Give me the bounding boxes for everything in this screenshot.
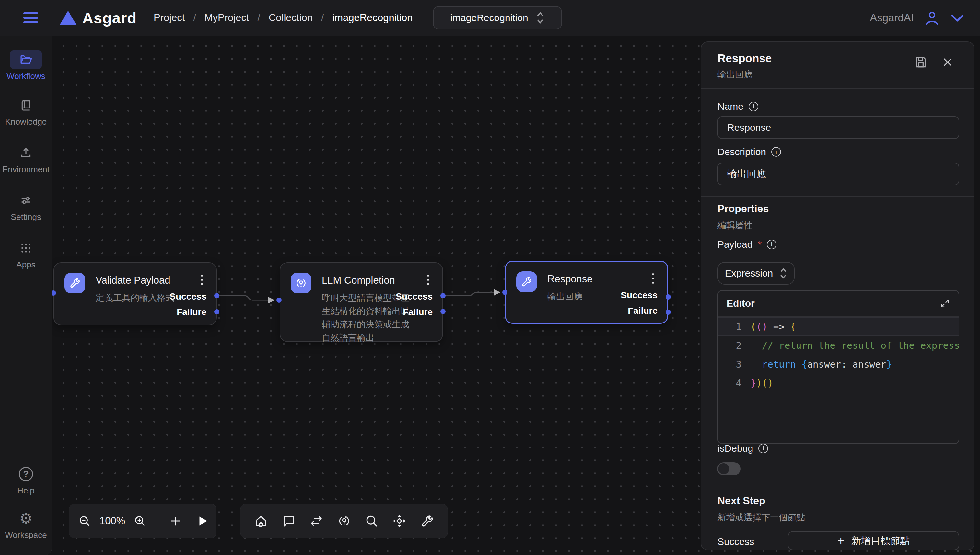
zoom-out-icon[interactable] <box>78 515 91 528</box>
success-port-label: Success <box>621 290 658 300</box>
name-input-value: Response <box>727 122 771 133</box>
gear-icon: ⚙ <box>19 511 32 526</box>
panel-title: Response <box>718 52 772 65</box>
breadcrumb: Project / MyProject / Collection / image… <box>154 12 413 24</box>
node-menu-icon[interactable] <box>425 274 431 285</box>
info-icon[interactable]: i <box>758 444 768 453</box>
divider <box>701 486 974 486</box>
node-response[interactable]: Response 輸出回應 Success Failure <box>505 261 668 324</box>
info-icon[interactable]: i <box>771 147 781 157</box>
sidebar-item-label: Help <box>17 486 34 496</box>
sidebar-item-settings[interactable]: Settings <box>0 191 52 222</box>
breadcrumb-separator: / <box>321 12 324 23</box>
wrench-icon <box>64 273 85 294</box>
sidebar-item-help[interactable]: ? Help <box>0 464 52 496</box>
code-editor: Editor 1(() => {2 // return the result o… <box>718 290 959 444</box>
next-step-subtitle: 新增或選擇下一個節點 <box>718 512 805 523</box>
success-port[interactable] <box>666 294 671 300</box>
plus-icon: + <box>837 536 844 545</box>
workflow-selector[interactable]: imageRecognition <box>433 6 562 29</box>
editor-header: Editor <box>718 291 959 317</box>
breadcrumb-project[interactable]: Project <box>154 12 185 24</box>
isdebug-toggle[interactable] <box>717 462 740 475</box>
folder-icon <box>10 50 42 69</box>
failure-port[interactable] <box>666 310 671 315</box>
sidebar-item-workflows[interactable]: Workflows <box>0 50 52 81</box>
sidebar-item-knowledge[interactable]: Knowledge <box>0 96 52 127</box>
failure-port[interactable] <box>441 309 446 314</box>
breadcrumb-separator: / <box>257 12 260 23</box>
sidebar-item-workspace[interactable]: ⚙ Workspace <box>0 509 52 540</box>
search-icon[interactable] <box>365 514 379 528</box>
info-icon[interactable]: i <box>767 240 776 249</box>
node-validate-payload[interactable]: Validate Payload 定義工具的輸入格式 Success Failu… <box>53 262 217 326</box>
zoom-toolbar: 100% <box>69 504 216 539</box>
editor-title: Editor <box>727 298 755 309</box>
info-icon[interactable]: i <box>748 102 758 111</box>
add-icon[interactable] <box>169 514 182 528</box>
name-input[interactable]: Response <box>718 116 959 139</box>
zoom-level: 100% <box>100 515 125 527</box>
user-icon[interactable] <box>924 10 940 26</box>
sidebar-item-label: Environment <box>2 165 50 175</box>
panel-header: Response 輸出回應 <box>701 42 974 89</box>
editor-scrollbar[interactable] <box>944 317 945 443</box>
play-icon[interactable] <box>196 515 209 527</box>
code-line[interactable]: 1(() => { <box>718 317 959 336</box>
sidebar-item-apps[interactable]: Apps <box>0 238 52 270</box>
inspector-panel: Response 輸出回應 Namei Response Description… <box>701 42 975 550</box>
navbar: Asgard Project / MyProject / Collection … <box>0 0 980 36</box>
expand-icon[interactable] <box>940 298 950 309</box>
sidebar-item-environment[interactable]: Environment <box>0 143 52 175</box>
help-circle-icon: ? <box>19 467 33 481</box>
properties-title: Properties <box>718 203 769 215</box>
failure-port-label: Failure <box>628 306 658 316</box>
add-target-node-label: 新增目標節點 <box>851 534 910 547</box>
llm-bulb-icon <box>291 273 311 294</box>
payload-type-select[interactable]: Expression <box>718 262 795 285</box>
line-number: 2 <box>718 336 751 355</box>
breadcrumb-separator: / <box>193 12 196 23</box>
add-target-node-button[interactable]: + 新增目標節點 <box>788 531 959 550</box>
success-row-label: Success <box>718 536 754 547</box>
description-label: Descriptioni <box>718 146 781 157</box>
sidebar-item-label: Knowledge <box>5 117 47 127</box>
breadcrumb-collection[interactable]: Collection <box>269 12 313 24</box>
llm-bulb-icon[interactable] <box>337 514 351 528</box>
node-title: Response <box>547 273 593 285</box>
failure-port[interactable] <box>214 309 219 314</box>
success-port[interactable] <box>214 293 219 298</box>
line-number: 1 <box>718 317 751 336</box>
save-icon[interactable] <box>914 55 928 69</box>
indent-guide <box>754 336 755 378</box>
input-port[interactable] <box>502 290 507 295</box>
add-node-icon[interactable] <box>254 514 268 528</box>
line-number: 3 <box>718 355 751 374</box>
sidebar: Workflows Knowledge Environment Settings <box>0 36 53 555</box>
zoom-in-icon[interactable] <box>134 515 146 528</box>
breadcrumb-myproject[interactable]: MyProject <box>204 12 249 24</box>
node-title: Validate Payload <box>96 274 170 286</box>
brand[interactable]: Asgard <box>60 9 137 27</box>
node-menu-icon[interactable] <box>650 273 656 284</box>
sliders-icon <box>10 191 42 210</box>
move-icon[interactable] <box>392 514 406 528</box>
sidebar-item-label: Workspace <box>5 530 47 540</box>
node-menu-icon[interactable] <box>199 274 205 285</box>
line-number: 4 <box>718 374 751 393</box>
chevron-down-icon[interactable] <box>950 13 964 22</box>
node-llm-completion[interactable]: LLM Completion 呼叫大型語言模型並產生結構化的資料輸出以輔助流程的… <box>280 262 443 342</box>
swap-arrows-icon[interactable] <box>309 514 323 528</box>
sidebar-item-label: Workflows <box>6 71 45 81</box>
toggle-knob <box>718 464 729 474</box>
description-input[interactable]: 輸出回應 <box>718 162 959 185</box>
required-asterisk: * <box>758 239 761 250</box>
comment-icon[interactable] <box>282 514 296 528</box>
close-icon[interactable] <box>942 56 953 68</box>
success-port[interactable] <box>441 293 446 298</box>
input-port[interactable] <box>277 298 282 303</box>
description-input-value: 輸出回應 <box>727 167 766 181</box>
wrench-icon[interactable] <box>420 514 434 528</box>
wrench-icon <box>516 271 537 292</box>
hamburger-icon[interactable] <box>23 12 38 23</box>
